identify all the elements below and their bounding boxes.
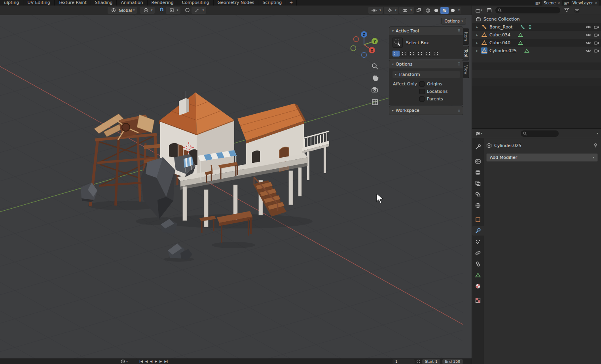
workspace-tab-geometry-nodes[interactable]: Geometry Nodes [214,0,259,6]
expand-icon[interactable]: ▸ [475,41,479,45]
overlays-dropdown[interactable]: ▾ [399,7,414,14]
outliner-row-cylinder-025[interactable]: ▸ Cylinder.025 [472,47,601,55]
shading-solid-icon[interactable] [432,7,440,14]
options-header[interactable]: ▾ Options ⠿ [389,60,463,68]
browse-scene-icon[interactable]: ▦▾ [535,1,540,5]
xray-toggle-icon[interactable] [415,7,423,14]
workspace-tab-scripting[interactable]: Scripting [258,0,286,6]
prev-keyframe-button[interactable]: ◀ [145,360,148,363]
tab-render-properties[interactable] [472,157,484,166]
tab-particle-properties[interactable] [472,237,484,247]
shading-material-preview-icon[interactable] [440,7,449,14]
tab-material-properties[interactable] [472,281,484,291]
workspace-tab-rendering[interactable]: Rendering [148,0,178,6]
auto-keying-icon[interactable] [417,360,420,363]
add-workspace-button[interactable]: + [286,0,296,6]
disable-render-camera-icon[interactable] [594,33,599,37]
scene-selector[interactable]: Scene × [542,0,562,6]
tab-object-properties[interactable] [472,215,484,224]
outliner-search-input[interactable] [495,7,560,13]
expand-icon[interactable]: ▸ [475,49,479,53]
tab-view[interactable]: View [463,62,469,78]
select-mode-difference[interactable] [432,51,439,57]
outliner-filter-display-icon[interactable] [485,7,493,14]
locations-checkbox[interactable] [419,89,425,94]
snap-toggle-icon[interactable] [158,7,166,14]
select-mode-intersect[interactable] [424,51,431,57]
tab-tool-properties[interactable] [472,142,484,152]
origins-checkbox[interactable] [419,81,425,87]
workspace-tab-animation[interactable]: Animation [117,0,147,6]
timeline-editor[interactable]: ▾ |◀ ◀ ◀ ▶ ▶ ▶| 1 Start1 End250 [0,358,472,364]
expand-icon[interactable]: ▸ [475,25,479,29]
workspace-tab-sculpting[interactable]: ulpting [0,0,23,6]
tab-physics-properties[interactable] [472,248,484,258]
workspace-tab-texture-paint[interactable]: Texture Paint [55,0,91,6]
select-mode-extend[interactable] [400,51,408,57]
tab-modifier-properties[interactable] [472,226,484,236]
select-box-tool-button[interactable] [392,38,403,48]
workspace-header[interactable]: ▸ Workspace ⠿ [389,106,463,115]
expand-icon[interactable]: ▸ [475,33,479,37]
play-button[interactable]: ▶ [155,360,157,363]
select-mode-new[interactable] [392,51,400,57]
browse-viewlayer-icon[interactable]: ▣▾ [564,1,569,5]
unlink-scene-icon[interactable]: × [557,1,561,5]
workspace-tab-compositing[interactable]: Compositing [178,0,214,6]
tab-constraint-properties[interactable] [472,259,484,269]
select-mode-subtract[interactable] [408,51,415,57]
hide-eye-icon[interactable] [586,49,591,53]
parents-checkbox[interactable] [419,96,425,102]
jump-to-end-button[interactable]: ▶| [164,360,168,363]
new-collection-button[interactable] [573,7,581,14]
viewlayer-selector[interactable]: ViewLayer × [571,0,599,6]
gizmos-dropdown[interactable]: ▾ [384,7,398,14]
tab-scene-properties[interactable] [472,190,484,199]
tab-world-properties[interactable] [472,201,484,210]
workspace-tab-shading[interactable]: Shading [91,0,117,6]
pivot-point-dropdown[interactable]: ▾ [140,7,155,14]
properties-editor-type-dropdown[interactable]: ▾ [475,130,483,137]
workspace-tab-uv-editing[interactable]: UV Editing [23,0,54,6]
properties-search-input[interactable] [521,130,559,137]
outliner-display-mode-dropdown[interactable]: ▾ [475,7,483,14]
jump-to-start-button[interactable]: |◀ [139,360,143,363]
tab-output-properties[interactable] [472,168,484,177]
active-tool-header[interactable]: ▾ Active Tool ⠿ [389,27,463,35]
3d-viewport[interactable]: Global ▾ ▾ ▾ ▾ [0,6,472,364]
select-mode-invert[interactable] [416,51,423,57]
snap-settings-dropdown[interactable]: ▾ [166,7,180,14]
tab-view-layer-properties[interactable] [472,179,484,188]
pin-icon[interactable] [593,143,598,148]
outliner-row-scene-collection[interactable]: Scene Collection [472,15,601,23]
next-keyframe-button[interactable]: ▶ [159,360,162,363]
properties-filter-dropdown[interactable]: ▾ [597,132,598,135]
outliner-row-bone-root[interactable]: ▸ Bone_Root [472,23,601,31]
add-modifier-button[interactable]: Add Modifier ▾ [486,153,598,162]
tab-object-data-properties[interactable] [472,270,484,280]
shading-wireframe-icon[interactable] [424,7,432,14]
disable-render-camera-icon[interactable] [594,25,599,29]
tab-tool[interactable]: Tool [463,46,469,60]
drag-handle-icon[interactable]: ⠿ [458,29,460,33]
transform-subpanel-header[interactable]: ▾ Transform [392,71,460,78]
disable-render-camera-icon[interactable] [594,49,599,53]
transform-orientation-dropdown[interactable]: Global ▾ [108,7,137,14]
frame-end-field[interactable]: End250 [442,359,463,364]
outliner-row-cube-040[interactable]: ▸ Cube.040 [472,39,601,47]
drag-handle-icon[interactable]: ⠿ [458,108,460,113]
outliner-row-cube-034[interactable]: ▸ Cube.034 [472,31,601,39]
frame-start-field[interactable]: Start1 [422,359,440,364]
playback-sync-dropdown[interactable]: ▾ [121,359,128,364]
hide-eye-icon[interactable] [586,41,591,45]
disable-render-camera-icon[interactable] [594,41,599,45]
play-reverse-button[interactable]: ◀ [150,360,152,363]
tab-item[interactable]: Item [463,28,469,45]
proportional-edit-icon[interactable] [184,7,191,14]
shading-rendered-icon[interactable] [449,7,457,14]
filter-funnel-icon[interactable] [563,7,571,14]
current-frame-field[interactable]: 1 [392,359,415,364]
object-visibility-dropdown[interactable]: ▾ [368,7,383,14]
remove-viewlayer-icon[interactable]: × [594,1,597,5]
hide-eye-icon[interactable] [586,25,591,29]
